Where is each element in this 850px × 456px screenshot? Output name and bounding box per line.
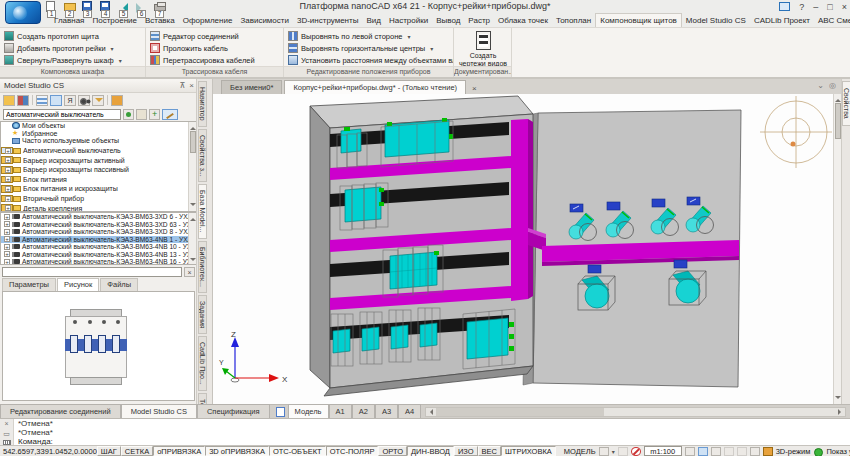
add-rail-prototype-button[interactable]: Добавить прототип рейки [4,43,141,53]
horizontal-scrollbar[interactable] [425,407,846,417]
collapse-expand-cabinet-button[interactable]: Свернуть/Развернуть шкаф [4,55,141,65]
filter-funnel-icon[interactable] [92,95,104,106]
status-toggle-button[interactable]: СЕТКА [121,446,153,456]
sheet-icon[interactable] [599,447,609,456]
dock-tab[interactable]: Спецификация [197,404,270,418]
route-cable-button[interactable]: Проложить кабель [150,43,279,53]
zoom-icon[interactable] [698,447,708,456]
tree-item[interactable]: Мои объекты [1,122,196,130]
ribbon-tab[interactable]: Зависимости [236,14,293,27]
search-binoculars-icon[interactable] [78,95,90,106]
status-toggle-button[interactable]: ВЕС [478,446,501,456]
group-title[interactable]: Документирован... [454,66,511,77]
expander-icon[interactable] [4,259,10,265]
list-item[interactable]: Автоматический выключатель-КЭАЗ-ВМ63-4NB… [1,236,196,244]
side-tab[interactable]: Библиотек... [198,241,207,293]
organizer-icon[interactable] [779,2,790,11]
history-icon[interactable]: ▭ [3,430,10,437]
create-view-drawings-button[interactable]: Создать чертежи видов [458,31,508,66]
status-toggle-button[interactable]: 3D оПРИВЯЗКА [205,446,269,456]
status-toggle-button[interactable]: ДИН-ВВОД [407,446,454,456]
dock-tab[interactable]: Model Studio CS [121,404,197,418]
space-dropdown-icon[interactable]: ▾ [612,448,615,455]
ribbon-tab[interactable]: 3D-инструменты [293,14,363,27]
scale-indicator[interactable]: m1:100 [644,446,682,456]
vertical-scrollbar[interactable] [833,94,841,404]
3d-mode-label[interactable]: 3D-режим [776,447,811,456]
status-toggle-button[interactable]: оПРИВЯЗКА [153,446,205,456]
ribbon-tab[interactable]: Топоплан [552,14,595,27]
status-toggle-button[interactable]: ШАГ [97,446,121,456]
save-as-button[interactable]: 4 [100,1,112,12]
pencil-icon[interactable] [618,447,628,456]
catalog-icon[interactable] [136,109,147,120]
scroll-thumb[interactable] [436,408,603,416]
expander-icon[interactable] [5,148,11,154]
tile-view-icon[interactable] [50,95,62,106]
close-document-icon[interactable]: × [468,83,481,94]
tree-scrollbar[interactable] [188,122,196,211]
ribbon-tab[interactable]: АВС Сметы [814,14,850,27]
side-tab[interactable]: Навигатор [198,81,207,127]
dock-tab[interactable]: Редактирование соединений [0,404,121,418]
command-window[interactable]: × ▭ *Отмена**Отмена* Команда: [0,418,850,445]
list-item[interactable]: Автоматический выключатель-КЭАЗ-ВМ63-4NB… [1,243,196,251]
expander-icon[interactable] [5,157,11,163]
panel-header[interactable]: Model Studio CS ⊼× [0,79,197,93]
show-nodes-icon[interactable] [813,447,823,456]
minimize-button[interactable]: – [813,2,818,12]
group-title[interactable]: Компоновка шкафа [0,66,145,77]
status-toggle-button[interactable]: ОРТО [378,446,407,456]
side-tab[interactable]: CadLib Про... [198,336,207,391]
tree-item[interactable]: Барьер искрозащиты пассивный [1,166,13,174]
ribbon-tab[interactable]: Вывод [432,14,464,27]
status-toggle-button[interactable]: ШТРИХОВКА [501,446,556,456]
edit-filter-icon[interactable] [162,109,178,120]
tree-item[interactable]: Барьер искрозащиты активный [1,156,13,164]
save-button[interactable]: 3 [82,1,94,12]
list-scrollbar[interactable] [188,213,196,265]
sort-icon[interactable]: Я [64,95,76,106]
tree-item[interactable]: Деталь крепления [1,204,13,212]
show-nodes-label[interactable]: Показ узлов [826,447,850,456]
open-base-icon[interactable] [3,95,15,106]
ribbon-tab[interactable]: Облака точек [494,14,552,27]
group-title[interactable]: Трассировка кабеля [146,66,283,77]
status-toggle-button[interactable]: ИЗО [454,446,478,456]
maximize-button[interactable]: □ [827,2,832,12]
list-item[interactable]: Автоматический выключатель-КЭАЗ-ВМ63-4NB… [1,251,196,259]
expander-icon[interactable] [5,205,11,211]
layout-tab[interactable]: А1 [329,404,352,418]
close-button[interactable]: × [842,2,847,12]
align-horizontal-centers-button[interactable]: Выровнять горизонтальные центры [288,43,449,53]
nanocad-logo-icon[interactable] [5,1,41,24]
group-title[interactable]: Редактирование положения приборов [284,66,453,77]
panel-tab[interactable]: Параметры [2,278,56,291]
status-toggle-button[interactable]: ОТС-ПОЛЯР [326,446,379,456]
document-tab-active[interactable]: Корпус+рейки+приборы.dwg* - (Только чтен… [284,80,466,94]
open-file-button[interactable]: 2 [64,1,76,12]
3d-model-drawing[interactable]: Z X Y [213,94,833,404]
ribbon-tab[interactable]: Растр [464,14,494,27]
no-entry-icon[interactable] [631,447,641,456]
ribbon-collapse-icon[interactable]: ◎ [829,81,836,90]
close-command-icon[interactable]: × [4,420,8,427]
print-button[interactable]: 7 [154,1,166,12]
model-viewport[interactable]: Z X Y [213,94,833,404]
side-tab[interactable]: Задания [198,295,207,335]
redo-button[interactable]: 6 [136,1,148,12]
tree-item[interactable]: Вторичный прибор [1,195,13,203]
sync-base-icon[interactable] [17,95,29,106]
add-object-icon[interactable] [149,109,160,120]
ribbon-tab[interactable]: Построение [88,14,141,27]
ribbon-tab[interactable]: Model Studio CS [682,14,750,27]
connection-editor-button[interactable]: Редактор соединений [150,31,279,41]
prev-view-icon[interactable] [724,447,734,456]
undo-button[interactable]: 5 [118,1,130,12]
orbit-icon[interactable] [737,447,747,456]
expander-icon[interactable] [4,236,10,242]
expander-icon[interactable] [5,176,11,182]
pin-icon[interactable]: ⊼ [179,79,185,92]
3d-mode-icon[interactable] [763,447,773,456]
reroute-cables-button[interactable]: Перетрассировка кабелей [150,55,279,65]
